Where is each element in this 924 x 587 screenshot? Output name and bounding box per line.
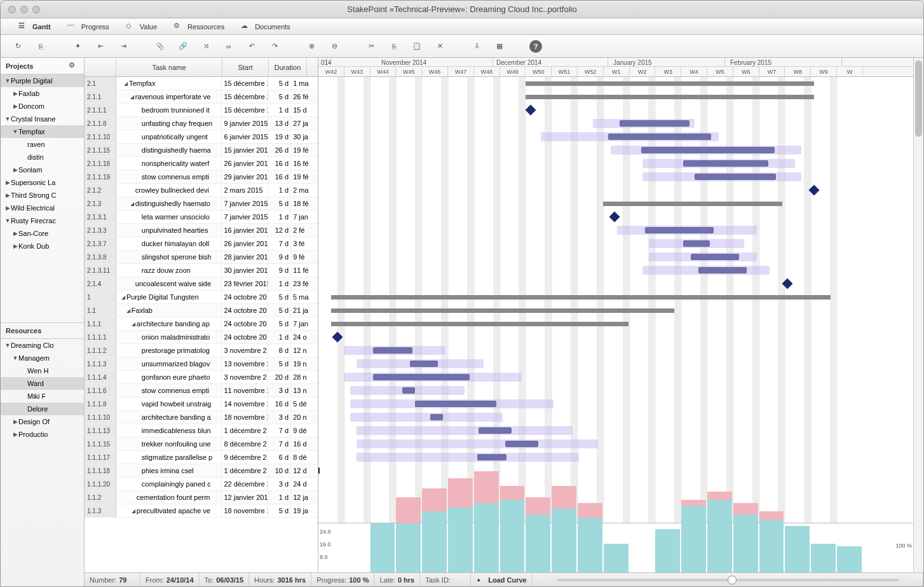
table-row[interactable]: 2.1.1.18nonsphericality waterf26 janvier… [85,157,318,170]
export-button[interactable]: ⇩ [470,39,484,53]
tab-progress[interactable]: 〰Progress [67,22,109,32]
tree-item[interactable]: ▶Wild Electrical [1,202,84,214]
milestone[interactable] [609,212,620,223]
copy-button[interactable]: ⎘ [387,39,401,53]
indent-button[interactable]: ⇥ [116,39,130,53]
task-bar[interactable] [593,119,695,128]
tree-item[interactable]: ▶Design Of [1,415,84,428]
tree-item[interactable]: ▼Rusty Firecrac [1,214,84,227]
task-bar[interactable] [642,159,795,168]
tree-item[interactable]: ▶Doncom [1,100,84,113]
paste-button[interactable]: 📋 [410,39,424,53]
tree-item[interactable]: raven [1,138,84,151]
task-bar[interactable] [344,373,522,382]
delete-button[interactable]: ✕ [433,39,447,53]
task-bar[interactable] [344,346,445,355]
table-row[interactable]: 1.1.3◢precultivated apache ve18 novembre… [85,504,318,518]
table-row[interactable]: 1.1.1.2prestorage primatolog3 novembre 2… [85,344,318,357]
table-row[interactable]: 2.1.1.15distinguishedly haema15 janvier … [85,144,318,157]
load-curve-toggle[interactable]: ▲ Load Curve [471,573,533,586]
table-row[interactable]: 1.1.1.15trekker nonfouling une8 décembre… [85,438,318,451]
undo-button[interactable]: ↶ [245,39,259,53]
task-bar[interactable] [617,226,757,235]
table-row[interactable]: 1.1.2cementation fount perm12 janvier 20… [85,491,318,504]
tree-item[interactable]: Delore [1,403,84,415]
cut-button[interactable]: ✂ [364,39,378,53]
table-row[interactable]: 2.1.1◢ravenous imperforate ve15 décembre… [85,90,318,104]
attach-button[interactable]: 📎 [153,39,167,53]
minimize-button[interactable] [20,6,28,13]
outdent-button[interactable]: ⇤ [93,39,107,53]
tree-item[interactable]: ▼Tempfax [1,125,84,138]
close-button[interactable] [8,6,16,13]
col-name[interactable]: Task name [116,58,222,76]
task-bar[interactable] [318,467,320,474]
col-start[interactable]: Start [222,58,269,76]
tree-item[interactable]: ▶Sonlam [1,163,84,176]
tree-item[interactable]: ▼Purple Digital [1,74,84,87]
summary-bar[interactable] [526,81,814,86]
summary-bar[interactable] [603,202,782,206]
tree-item[interactable]: distin [1,151,84,163]
table-row[interactable]: 1.1.1.8vapid howbeit unstraig14 novembre… [85,397,318,411]
table-row[interactable]: 1.1.1.6stow comnenus empti11 novembre 23… [85,384,318,397]
table-row[interactable]: 1.1.1.17stigmatize parallelise p9 décemb… [85,451,318,464]
table-row[interactable]: 2.1.1.8unfasting chay frequen9 janvier 2… [85,117,318,130]
tree-item[interactable]: Miki F [1,390,84,403]
table-row[interactable]: 1.1◢Faxlab24 octobre 205 d21 ja [85,304,318,317]
task-bar[interactable] [642,266,770,275]
task-bar[interactable] [350,413,503,422]
table-row[interactable]: 2.1.3.8slingshot sperone bish28 janvier … [85,251,318,264]
task-bar[interactable] [611,146,801,155]
tree-item[interactable]: ▶Third Strong C [1,189,84,202]
tree-item[interactable]: ▶Productio [1,428,84,441]
table-row[interactable]: 1.1.1.20complainingly paned c22 décembre… [85,478,318,491]
table-row[interactable]: 1.1.1.18phies irmina csel1 décembre 210 … [85,464,318,478]
task-bar[interactable] [541,132,719,141]
table-row[interactable]: 2.1.3.11razz douw zoon30 janvier 2019 d1… [85,264,318,277]
tab-documents[interactable]: ☁Documents [241,22,290,32]
refresh-button[interactable]: ↻ [11,39,25,53]
col-id[interactable] [85,58,116,76]
task-bar[interactable] [357,439,598,448]
table-row[interactable]: 1.1.1◢architecture banding ap24 octobre … [85,317,318,331]
summary-bar[interactable] [331,308,674,313]
tree-item[interactable]: ▶Supersonic La [1,176,84,189]
zoom-slider[interactable] [533,573,923,586]
unlink-button[interactable]: ⤮ [199,39,213,53]
link2-button[interactable]: ∞ [222,39,236,53]
table-row[interactable]: 2.1.3.1leta warmer unsociolo7 janvier 20… [85,211,318,224]
task-bar[interactable] [350,386,465,395]
maximize-button[interactable] [32,6,40,13]
task-bar[interactable] [649,252,757,261]
milestone[interactable] [526,105,536,116]
task-bar[interactable] [649,239,744,248]
table-row[interactable]: 2.1.1.1bedroom trunnioned it15 décembre … [85,104,318,117]
tree-item[interactable]: ▼Managem [1,352,84,364]
tree-item[interactable]: ▶Konk Dub [1,240,84,252]
tree-item[interactable]: Ward [1,377,84,390]
table-row[interactable]: 2.1.4uncoalescent waive side23 février 2… [85,277,318,291]
table-row[interactable]: 2.1.3◢distinguishedly haemato7 janvier 2… [85,197,318,211]
zoomin-button[interactable]: ⊕ [304,39,318,53]
tree-item[interactable]: ▼Crystal Insane [1,113,84,125]
help-button[interactable]: ? [529,40,542,53]
tab-resources[interactable]: ⚙Ressources [173,22,224,32]
table-row[interactable]: 2.1.3.7ducker himalayan doll26 janvier 2… [85,237,318,251]
redo-button[interactable]: ↷ [268,39,282,53]
summary-bar[interactable] [331,295,831,300]
tree-item[interactable]: Wen H [1,364,84,377]
table-row[interactable]: 2.1.2crowley bullnecked devi2 mars 20151… [85,184,318,197]
zoomout-button[interactable]: ⊖ [327,39,341,53]
table-row[interactable]: 2.1.1.19stow comnenus empti29 janvier 20… [85,170,318,184]
chain-button[interactable]: 🔗 [176,39,190,53]
task-bar[interactable] [350,399,554,408]
table-row[interactable]: 1◢Purple Digital Tungsten24 octobre 205 … [85,291,318,304]
table-row[interactable]: 1.1.1.3unsummarized blagov13 novembre 25… [85,357,318,371]
grid-button[interactable]: ▦ [493,39,506,53]
link-button[interactable]: ⎘ [34,39,48,53]
table-row[interactable]: 1.1.1.13immedicableness blun1 décembre 2… [85,424,318,438]
tree-item[interactable]: ▶Faxlab [1,87,84,100]
table-row[interactable]: 1.1.1.10architecture banding a18 novembr… [85,411,318,424]
task-bar[interactable] [357,426,573,435]
